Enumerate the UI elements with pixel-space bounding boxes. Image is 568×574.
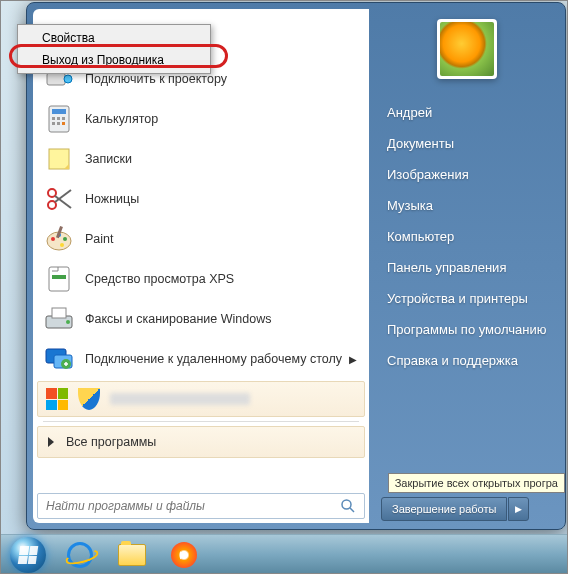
ctx-properties[interactable]: Свойства (20, 27, 208, 49)
sticky-notes-icon (43, 143, 75, 175)
start-menu-left-pane: Подключить к проектору Калькулятор Запис… (33, 9, 369, 523)
program-fax-scan[interactable]: Факсы и сканирование Windows (37, 299, 365, 339)
program-label: Средство просмотра XPS (85, 272, 234, 286)
search-icon (340, 498, 356, 514)
program-remote-desktop[interactable]: Подключение к удаленному рабочему столу … (37, 339, 365, 379)
program-label: Записки (85, 152, 132, 166)
svg-rect-9 (62, 122, 65, 125)
program-paint[interactable]: Paint (37, 219, 365, 259)
user-name-link[interactable]: Андрей (381, 97, 553, 128)
program-label: Paint (85, 232, 114, 246)
svg-rect-0 (47, 73, 65, 85)
svg-line-30 (350, 508, 354, 512)
shutdown-button[interactable]: Завершение работы (381, 497, 507, 521)
svg-rect-6 (62, 117, 65, 120)
svg-point-1 (64, 75, 72, 83)
all-programs-label: Все программы (66, 435, 156, 449)
remote-desktop-icon (43, 343, 75, 375)
program-label: Подключение к удаленному рабочему столу (85, 352, 342, 366)
svg-point-12 (48, 189, 56, 197)
taskbar-internet-explorer[interactable] (56, 538, 104, 572)
start-button[interactable] (4, 538, 52, 572)
default-programs-link[interactable]: Программы по умолчанию (381, 314, 553, 345)
folder-icon (118, 544, 146, 566)
svg-point-29 (342, 500, 351, 509)
music-link[interactable]: Музыка (381, 190, 553, 221)
user-avatar[interactable] (437, 19, 497, 79)
svg-point-18 (63, 237, 67, 241)
svg-point-19 (60, 243, 64, 247)
program-xps-viewer[interactable]: Средство просмотра XPS (37, 259, 365, 299)
control-panel-link[interactable]: Панель управления (381, 252, 553, 283)
avatar-image (440, 22, 494, 76)
pictures-link[interactable]: Изображения (381, 159, 553, 190)
start-menu: Подключить к проектору Калькулятор Запис… (26, 2, 566, 530)
taskbar-media-player[interactable] (160, 538, 208, 572)
start-menu-right-pane: Андрей Документы Изображения Музыка Комп… (369, 3, 565, 529)
program-label: Подключить к проектору (85, 72, 227, 86)
devices-printers-link[interactable]: Устройства и принтеры (381, 283, 553, 314)
svg-rect-22 (52, 275, 66, 279)
svg-rect-8 (57, 122, 60, 125)
program-highlighted-item[interactable] (37, 381, 365, 417)
blurred-label (110, 393, 250, 405)
start-orb-icon (10, 537, 46, 573)
program-label: Ножницы (85, 192, 139, 206)
svg-line-14 (55, 190, 71, 202)
svg-point-16 (51, 237, 55, 241)
search-box[interactable] (37, 493, 365, 519)
all-programs-button[interactable]: Все программы (37, 426, 365, 458)
windows-logo-icon (46, 388, 68, 410)
svg-rect-10 (49, 149, 69, 169)
calculator-icon (43, 103, 75, 135)
separator (43, 421, 359, 422)
help-support-link[interactable]: Справка и поддержка (381, 345, 553, 376)
svg-point-25 (66, 320, 70, 324)
program-calculator[interactable]: Калькулятор (37, 99, 365, 139)
shutdown-tooltip: Закрытие всех открытых програ (388, 473, 565, 493)
svg-line-13 (55, 196, 71, 208)
media-player-icon (171, 542, 197, 568)
search-input[interactable] (46, 499, 332, 513)
svg-point-11 (48, 201, 56, 209)
svg-rect-7 (52, 122, 55, 125)
ctx-exit-explorer[interactable]: Выход из Проводника (20, 49, 208, 71)
triangle-right-icon (48, 437, 54, 447)
scissors-icon (43, 183, 75, 215)
program-label: Факсы и сканирование Windows (85, 312, 271, 326)
svg-rect-5 (57, 117, 60, 120)
program-sticky-notes[interactable]: Записки (37, 139, 365, 179)
shutdown-group: Завершение работы ▶ (381, 497, 553, 521)
paint-icon (43, 223, 75, 255)
shield-icon (78, 388, 100, 410)
taskbar (0, 534, 568, 574)
context-menu: Свойства Выход из Проводника (17, 24, 211, 74)
ie-icon (67, 542, 93, 568)
shutdown-options-button[interactable]: ▶ (508, 497, 529, 521)
fax-icon (43, 303, 75, 335)
program-label: Калькулятор (85, 112, 158, 126)
svg-rect-3 (52, 109, 66, 114)
svg-rect-4 (52, 117, 55, 120)
svg-rect-24 (52, 308, 66, 318)
submenu-arrow-icon: ▶ (349, 354, 357, 365)
documents-link[interactable]: Документы (381, 128, 553, 159)
program-snipping-tool[interactable]: Ножницы (37, 179, 365, 219)
computer-link[interactable]: Компьютер (381, 221, 553, 252)
taskbar-file-explorer[interactable] (108, 538, 156, 572)
xps-icon (43, 263, 75, 295)
program-list: Подключить к проектору Калькулятор Запис… (37, 13, 365, 485)
